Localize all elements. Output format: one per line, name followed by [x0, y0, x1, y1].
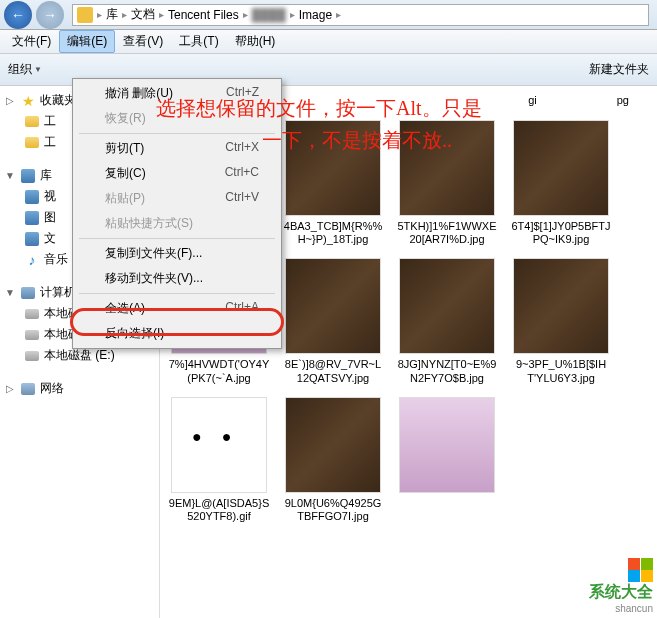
thumbnail-image [171, 397, 267, 493]
breadcrumb: ▸ 库 ▸ 文档 ▸ Tencent Files ▸ ████ ▸ Image … [97, 6, 341, 23]
chevron-right-icon: ▸ [243, 9, 248, 20]
menu-copy[interactable]: 复制(C)Ctrl+C [75, 161, 279, 186]
chevron-down-icon: ▼ [34, 65, 42, 74]
thumbnail-image [285, 397, 381, 493]
menu-copy-to[interactable]: 复制到文件夹(F)... [75, 241, 279, 266]
file-thumbnail[interactable]: 4BA3_TCB]M{R%%H~}P)_18T.jpg [282, 120, 384, 246]
breadcrumb-item[interactable]: Image [297, 8, 334, 22]
thumbnail-label: 8JG]NYNZ[T0~E%9N2FY7O$B.jpg [396, 358, 498, 384]
library-icon [21, 169, 35, 183]
menu-paste-shortcut: 粘贴快捷方式(S) [75, 211, 279, 236]
pictures-icon [25, 211, 39, 225]
collapse-icon[interactable]: ▷ [4, 95, 16, 106]
thumb-label-partial: gi [528, 94, 537, 108]
watermark-logo [628, 558, 653, 570]
thumbnail-image [285, 120, 381, 216]
documents-icon [25, 232, 39, 246]
thumbnail-label: 9L0M{U6%Q4925GTBFFGO7I.jpg [282, 497, 384, 523]
menu-invert-selection[interactable]: 反向选择(I) [75, 321, 279, 346]
thumbnail-label: 9EM}L@(A[ISDA5}S520YTF8).gif [168, 497, 270, 523]
folder-icon [25, 116, 39, 127]
drive-icon [25, 330, 39, 340]
breadcrumb-item[interactable]: Tencent Files [166, 8, 241, 22]
thumbnail-label: 4BA3_TCB]M{R%%H~}P)_18T.jpg [282, 220, 384, 246]
collapse-icon[interactable]: ▼ [4, 287, 16, 298]
menu-paste: 粘贴(P)Ctrl+V [75, 186, 279, 211]
organize-button[interactable]: 组织 ▼ [8, 61, 42, 78]
new-folder-label: 新建文件夹 [589, 61, 649, 78]
nav-forward-button[interactable]: → [36, 1, 64, 29]
file-thumbnail[interactable] [396, 397, 498, 523]
thumbnail-image [399, 258, 495, 354]
file-thumbnail[interactable]: 8JG]NYNZ[T0~E%9N2FY7O$B.jpg [396, 258, 498, 384]
thumbnail-label: 7%]4HVWDT('OY4Y(PK7(~`A.jpg [168, 358, 270, 384]
organize-label: 组织 [8, 61, 32, 78]
chevron-right-icon: ▸ [159, 9, 164, 20]
star-icon: ★ [20, 93, 36, 109]
menu-tools[interactable]: 工具(T) [171, 30, 226, 53]
breadcrumb-item[interactable]: 库 [104, 6, 120, 23]
watermark-text: 系统大全 [589, 582, 653, 603]
thumbnail-label: 6T4]$[1]JY0P5BFTJPQ~IK9.jpg [510, 220, 612, 246]
thumbnail-image [513, 258, 609, 354]
music-icon: ♪ [24, 252, 40, 268]
titlebar: ← → ▸ 库 ▸ 文档 ▸ Tencent Files ▸ ████ ▸ Im… [0, 0, 657, 30]
menubar: 文件(F) 编辑(E) 查看(V) 工具(T) 帮助(H) [0, 30, 657, 54]
menu-undo[interactable]: 撤消 删除(U)Ctrl+Z [75, 81, 279, 106]
thumb-label-partial: pg [617, 94, 629, 108]
file-thumbnail[interactable]: 9L0M{U6%Q4925GTBFFGO7I.jpg [282, 397, 384, 523]
drive-icon [25, 351, 39, 361]
menu-redo: 恢复(R) [75, 106, 279, 131]
thumbnail-label: 5TKH)]1%F1WWXE20[AR7I%D.jpg [396, 220, 498, 246]
video-icon [25, 190, 39, 204]
thumbnail-label: 8E`)]8@RV_7VR~L12QATSVY.jpg [282, 358, 384, 384]
menu-select-all[interactable]: 全选(A)Ctrl+A [75, 296, 279, 321]
breadcrumb-item[interactable]: 文档 [129, 6, 157, 23]
chevron-right-icon: ▸ [122, 9, 127, 20]
thumbnail-image [285, 258, 381, 354]
thumbnail-label: 9~3PF_U%1B[$IHT'YLU6Y3.jpg [510, 358, 612, 384]
menu-view[interactable]: 查看(V) [115, 30, 171, 53]
menu-separator [79, 133, 275, 134]
menu-file[interactable]: 文件(F) [4, 30, 59, 53]
nav-back-button[interactable]: ← [4, 1, 32, 29]
collapse-icon[interactable]: ▼ [4, 170, 16, 181]
edit-menu-dropdown: 撤消 删除(U)Ctrl+Z 恢复(R) 剪切(T)Ctrl+X 复制(C)Ct… [72, 78, 282, 349]
chevron-right-icon: ▸ [290, 9, 295, 20]
chevron-right-icon: ▸ [97, 9, 102, 20]
file-thumbnail[interactable]: 8E`)]8@RV_7VR~L12QATSVY.jpg [282, 258, 384, 384]
arrow-left-icon: ← [11, 7, 25, 23]
thumbnail-image [513, 120, 609, 216]
network-icon [21, 383, 35, 395]
address-bar[interactable]: ▸ 库 ▸ 文档 ▸ Tencent Files ▸ ████ ▸ Image … [72, 4, 649, 26]
folder-icon [77, 7, 93, 23]
menu-help[interactable]: 帮助(H) [227, 30, 284, 53]
thumbnail-image [399, 397, 495, 493]
file-thumbnail[interactable]: 9EM}L@(A[ISDA5}S520YTF8).gif [168, 397, 270, 523]
computer-icon [21, 287, 35, 299]
menu-cut[interactable]: 剪切(T)Ctrl+X [75, 136, 279, 161]
watermark: 系统大全 shancun [589, 558, 653, 614]
chevron-right-icon: ▸ [336, 9, 341, 20]
arrow-right-icon: → [43, 7, 57, 23]
watermark-url: shancun [615, 603, 653, 614]
menu-edit[interactable]: 编辑(E) [59, 30, 115, 53]
menu-separator [79, 238, 275, 239]
file-thumbnail[interactable]: 9~3PF_U%1B[$IHT'YLU6Y3.jpg [510, 258, 612, 384]
new-folder-button[interactable]: 新建文件夹 [589, 61, 649, 78]
file-thumbnail[interactable]: 6T4]$[1]JY0P5BFTJPQ~IK9.jpg [510, 120, 612, 246]
file-thumbnail[interactable]: 5TKH)]1%F1WWXE20[AR7I%D.jpg [396, 120, 498, 246]
tree-network[interactable]: ▷ 网络 [0, 378, 159, 399]
drive-icon [25, 309, 39, 319]
menu-separator [79, 293, 275, 294]
thumbnail-image [399, 120, 495, 216]
collapse-icon[interactable]: ▷ [4, 383, 16, 394]
watermark-logo [628, 570, 653, 582]
menu-move-to[interactable]: 移动到文件夹(V)... [75, 266, 279, 291]
folder-icon [25, 137, 39, 148]
breadcrumb-item[interactable]: ████ [250, 8, 288, 22]
